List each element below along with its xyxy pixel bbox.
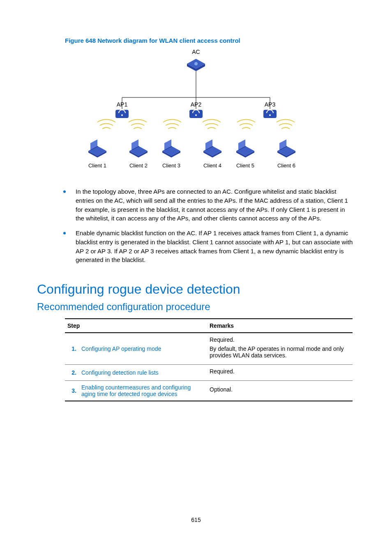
table-row: 3. Enabling countermeasures and configur… (65, 381, 353, 401)
label-c3: Client 3 (162, 162, 180, 169)
step-number: 1. (65, 333, 79, 365)
label-c4: Client 4 (203, 162, 221, 169)
label-c6: Client 6 (277, 162, 295, 169)
th-remarks: Remarks (207, 319, 353, 333)
label-ap2: AP2 (191, 101, 202, 108)
table-row: 2. Configuring detection rule lists Requ… (65, 365, 353, 381)
page-number: 615 (37, 517, 355, 523)
svg-point-2 (194, 62, 198, 65)
step-remarks: Optional. (207, 381, 353, 401)
heading-2: Recommended configuration procedure (37, 301, 355, 313)
label-ap1: AP1 (117, 101, 128, 108)
bullet-item: Enable dynamic blacklist function on the… (63, 229, 355, 270)
th-step: Step (65, 319, 207, 333)
step-link[interactable]: Configuring detection rule lists (81, 369, 159, 376)
bullet-icon (63, 190, 66, 193)
procedure-table: Step Remarks 1. Configuring AP operating… (65, 318, 353, 401)
bullet-item: In the topology above, three APs are con… (63, 187, 355, 229)
label-c1: Client 1 (88, 162, 106, 169)
network-diagram: AC AP1 AP2 AP3 (37, 48, 355, 177)
label-c2: Client 2 (129, 162, 148, 169)
table-row: 1. Configuring AP operating mode Require… (65, 333, 353, 365)
step-remarks: Required. By default, the AP operates in… (207, 333, 353, 365)
bullet-text: In the topology above, three APs are con… (76, 188, 348, 222)
bullet-icon (63, 232, 66, 234)
step-link[interactable]: Enabling countermeasures and configuring… (81, 384, 191, 397)
bullet-list: In the topology above, three APs are con… (37, 187, 355, 270)
label-ac: AC (192, 49, 200, 55)
label-c5: Client 5 (236, 162, 254, 169)
label-ap3: AP3 (265, 101, 276, 108)
figure-caption: Figure 648 Network diagram for WLAN clie… (65, 37, 355, 44)
step-number: 3. (65, 381, 79, 401)
heading-1: Configuring rogue device detection (37, 282, 355, 297)
bullet-text: Enable dynamic blacklist function on the… (76, 229, 353, 263)
step-link[interactable]: Configuring AP operating mode (81, 345, 161, 352)
step-number: 2. (65, 365, 79, 381)
step-remarks: Required. (207, 365, 353, 381)
